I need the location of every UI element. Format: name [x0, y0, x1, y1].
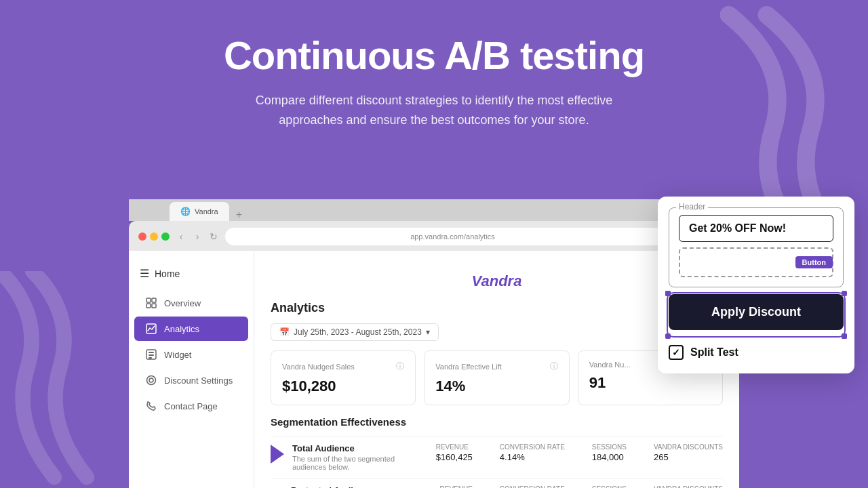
conversion-value: 4.14% — [500, 452, 565, 462]
segmentation-title: Segmentation Effectiveness — [271, 416, 723, 428]
svg-point-9 — [147, 376, 156, 385]
popup-button-badge: Button — [795, 256, 833, 268]
segment-stats-2: REVENUE CONVERSION RATE SESSIONS VANDRA … — [440, 485, 724, 488]
browser-navigation: ‹ › ↻ — [175, 230, 220, 243]
sessions-label: SESSIONS — [592, 443, 627, 451]
stat-revenue-2: REVENUE — [440, 485, 473, 488]
stat-conversion-2: CONVERSION RATE — [500, 485, 565, 488]
sessions-value: 184,000 — [592, 452, 627, 462]
calendar-icon: 📅 — [279, 327, 290, 337]
conversion-label-2: CONVERSION RATE — [500, 485, 565, 488]
forward-button[interactable]: › — [191, 230, 203, 243]
sidebar-home[interactable]: ☰ Home — [129, 262, 254, 285]
minimize-window-button[interactable] — [150, 232, 158, 241]
metric-label-0: Vandra Nudged Sales ⓘ — [282, 361, 404, 372]
app-content: ☰ Home Overview — [129, 251, 739, 488]
discounts-label: VANDRA DISCOUNTS — [654, 443, 723, 451]
apply-discount-button[interactable]: Apply Discount — [669, 294, 844, 330]
popup-fieldset-legend: Header — [676, 202, 708, 211]
metric-value-1: 14% — [435, 378, 557, 395]
chart-icon — [145, 323, 157, 335]
metric-label-1: Vandra Effective Lift ⓘ — [435, 361, 557, 372]
sidebar-item-label: Widget — [164, 350, 191, 360]
svg-rect-8 — [149, 357, 152, 359]
discounts-label-2: VANDRA DISCOUNTS — [654, 485, 723, 488]
metric-card-0: Vandra Nudged Sales ⓘ $10,280 — [271, 350, 416, 405]
stat-sessions-2: SESSIONS — [592, 485, 627, 488]
segment-stats: REVENUE $160,425 CONVERSION RATE 4.14% S… — [436, 443, 723, 462]
split-test-row[interactable]: ✓ Split Test — [669, 342, 844, 363]
sidebar-item-analytics[interactable]: Analytics — [134, 317, 248, 341]
new-tab-button[interactable]: + — [231, 209, 248, 221]
svg-rect-0 — [146, 298, 151, 302]
svg-rect-6 — [149, 352, 154, 353]
home-label: Home — [155, 268, 180, 279]
metric-value-2: 91 — [589, 374, 711, 392]
segment-indicator — [271, 445, 284, 464]
segment-info-2: Protected Audience — [291, 485, 432, 488]
grid-icon — [145, 297, 157, 309]
tab-favicon: 🌐 — [180, 207, 191, 216]
date-range-filter[interactable]: 📅 July 25th, 2023 - August 25th, 2023 ▾ — [271, 323, 439, 341]
segment-name-2: Protected Audience — [291, 485, 432, 488]
app-brand: Vandra — [271, 264, 723, 301]
popup-fieldset: Header Button — [669, 207, 844, 287]
sidebar: ☰ Home Overview — [129, 251, 254, 488]
split-test-label: Split Test — [690, 346, 738, 359]
stat-sessions: SESSIONS 184,000 — [592, 443, 627, 462]
popup-header-input[interactable] — [679, 215, 833, 242]
svg-rect-7 — [149, 354, 154, 356]
revenue-value: $160,425 — [436, 452, 473, 462]
svg-rect-2 — [146, 304, 151, 308]
stat-discounts-2: VANDRA DISCOUNTS — [654, 485, 723, 488]
info-icon: ⓘ — [396, 361, 404, 372]
segment-info: Total Audience The sum of the two segmen… — [292, 443, 428, 471]
segment-row-total: Total Audience The sum of the two segmen… — [271, 436, 723, 478]
analytics-title: Analytics — [271, 301, 723, 315]
browser-tab-active[interactable]: 🌐 Vandra — [170, 202, 229, 221]
maximize-window-button[interactable] — [161, 232, 170, 241]
popup-body-area: Button — [679, 247, 833, 277]
sidebar-item-label: Discount Settings — [164, 375, 233, 386]
browser-tab-bar: 🌐 Vandra + — [129, 199, 739, 221]
sidebar-item-contact-page[interactable]: Contact Page — [134, 394, 248, 418]
metric-card-1: Vandra Effective Lift ⓘ 14% — [424, 350, 569, 405]
reload-button[interactable]: ↻ — [208, 230, 220, 243]
tab-label: Vandra — [195, 207, 218, 216]
revenue-label-2: REVENUE — [440, 485, 473, 488]
discount-settings-icon — [145, 374, 157, 386]
back-button[interactable]: ‹ — [175, 230, 187, 243]
address-bar[interactable]: app.vandra.com/analytics — [225, 228, 680, 245]
sessions-label-2: SESSIONS — [592, 485, 627, 488]
chevron-down-icon: ▾ — [426, 327, 430, 337]
stat-discounts: VANDRA DISCOUNTS 265 — [654, 443, 723, 462]
sidebar-item-label: Analytics — [164, 324, 199, 334]
stat-revenue: REVENUE $160,425 — [436, 443, 473, 462]
phone-icon — [145, 400, 157, 412]
sidebar-item-label: Overview — [164, 298, 201, 308]
widget-icon — [145, 348, 157, 361]
segment-desc: The sum of the two segmented audiences b… — [292, 455, 428, 471]
sidebar-item-overview[interactable]: Overview — [134, 291, 248, 315]
sidebar-item-label: Contact Page — [164, 401, 218, 411]
segment-row-protected: 🔒 Protected Audience REVENUE CONVERSION … — [271, 478, 723, 488]
hamburger-icon: ☰ — [140, 267, 149, 280]
svg-rect-1 — [152, 298, 156, 302]
sidebar-item-widget[interactable]: Widget — [134, 342, 248, 367]
info-icon: ⓘ — [550, 361, 558, 372]
metric-value-0: $10,280 — [282, 378, 404, 395]
hero-title: Continuous A/B testing — [14, 34, 854, 77]
metrics-row: Vandra Nudged Sales ⓘ $10,280 Vandra Eff… — [271, 350, 723, 405]
corner-bl — [665, 333, 671, 339]
popup-card: Header Button Apply Discount ✓ Split Tes… — [658, 197, 854, 373]
discounts-value: 265 — [654, 452, 723, 462]
svg-rect-3 — [152, 304, 156, 308]
corner-tr — [842, 291, 847, 296]
browser-chrome: ‹ › ↻ app.vandra.com/analytics ☆ ⋮ — [129, 221, 739, 251]
split-test-checkbox[interactable]: ✓ — [669, 345, 684, 360]
close-window-button[interactable] — [138, 232, 146, 241]
revenue-label: REVENUE — [436, 443, 473, 451]
sidebar-item-discount-settings[interactable]: Discount Settings — [134, 368, 248, 392]
stat-conversion: CONVERSION RATE 4.14% — [500, 443, 565, 462]
conversion-label: CONVERSION RATE — [500, 443, 565, 451]
